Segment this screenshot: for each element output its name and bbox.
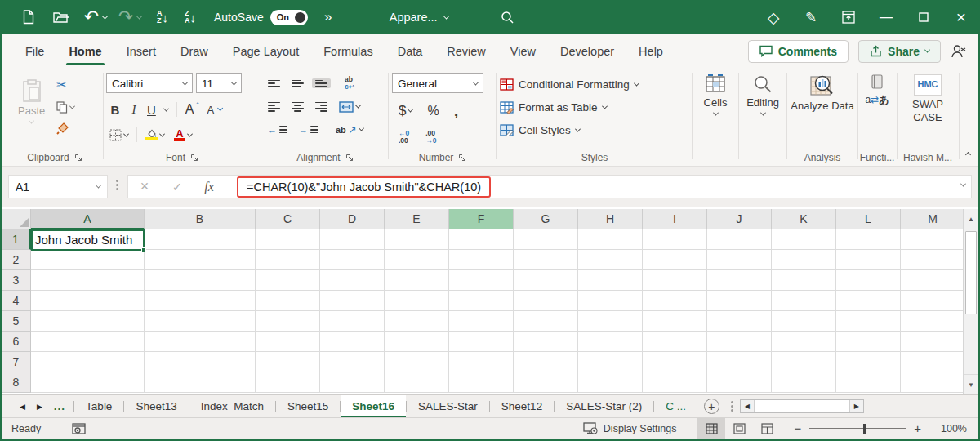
- name-box[interactable]: A1: [8, 175, 108, 198]
- cell-M4[interactable]: [901, 291, 965, 311]
- cell-B4[interactable]: [145, 291, 256, 311]
- cell-F4[interactable]: [449, 291, 514, 311]
- enter-icon[interactable]: ✓: [161, 180, 194, 194]
- cell-D7[interactable]: [320, 352, 385, 372]
- cell-A3[interactable]: [31, 270, 145, 291]
- insert-function-icon[interactable]: fx: [194, 180, 225, 194]
- cell-L8[interactable]: [836, 372, 901, 393]
- normal-view-button[interactable]: [697, 418, 725, 439]
- cell-I1[interactable]: [643, 229, 707, 250]
- sheet-bar-divider[interactable]: [731, 401, 733, 412]
- wrap-text-button[interactable]: abc↩: [341, 74, 358, 92]
- cell-J6[interactable]: [707, 332, 772, 352]
- cut-button[interactable]: ✂: [53, 76, 78, 94]
- cell-H2[interactable]: [578, 250, 643, 270]
- cells-button[interactable]: Cells: [694, 68, 737, 149]
- sheet-tab-index-match[interactable]: Index_Match: [189, 395, 275, 417]
- column-header-J[interactable]: J: [707, 209, 772, 229]
- undo-button[interactable]: ↶: [82, 5, 109, 29]
- cell-B2[interactable]: [145, 250, 256, 270]
- autosave-control[interactable]: AutoSave On: [214, 10, 308, 25]
- cell-B3[interactable]: [145, 270, 256, 291]
- cell-D5[interactable]: [320, 311, 385, 332]
- row-header-6[interactable]: 6: [2, 332, 31, 352]
- row-header-2[interactable]: 2: [2, 250, 31, 270]
- cell-H8[interactable]: [578, 372, 643, 393]
- number-group-label[interactable]: Number: [392, 152, 493, 163]
- cell-B5[interactable]: [145, 311, 256, 332]
- cell-J4[interactable]: [707, 291, 772, 311]
- increase-decimal-button[interactable]: ←0.00: [395, 128, 412, 146]
- ribbon-tab-file[interactable]: File: [13, 34, 56, 68]
- ribbon-tab-page-layout[interactable]: Page Layout: [220, 34, 311, 68]
- cell-E2[interactable]: [385, 250, 449, 270]
- scroll-up-icon[interactable]: ▲: [964, 209, 978, 229]
- cell-K6[interactable]: [772, 332, 836, 352]
- cell-I5[interactable]: [643, 311, 707, 332]
- cell-F8[interactable]: [449, 372, 514, 393]
- cell-H3[interactable]: [578, 270, 643, 291]
- font-name-combo[interactable]: Calibri: [106, 74, 193, 93]
- cell-C4[interactable]: [256, 291, 320, 311]
- cell-I8[interactable]: [643, 372, 707, 393]
- formula-text[interactable]: =CHAR(10)&"John Jacob Smith"&CHAR(10): [247, 180, 481, 194]
- row-header-7[interactable]: 7: [2, 352, 31, 372]
- cell-E8[interactable]: [385, 372, 449, 393]
- column-header-M[interactable]: M: [901, 209, 965, 229]
- cell-C2[interactable]: [256, 250, 320, 270]
- cell-L3[interactable]: [836, 270, 901, 291]
- column-header-I[interactable]: I: [643, 209, 707, 229]
- translate-function-button[interactable]: a⇄あ: [859, 68, 895, 149]
- cell-K2[interactable]: [772, 250, 836, 270]
- active-cell-selection[interactable]: [31, 229, 145, 251]
- cell-I7[interactable]: [643, 352, 707, 372]
- cell-B8[interactable]: [145, 372, 256, 393]
- bottom-align-button[interactable]: [312, 78, 331, 89]
- zoom-percent[interactable]: 100%: [929, 423, 967, 434]
- cell-I3[interactable]: [643, 270, 707, 291]
- shrink-font-button[interactable]: A: [204, 102, 225, 118]
- cell-F3[interactable]: [449, 270, 514, 291]
- formula-bar-divider[interactable]: [116, 180, 119, 190]
- select-all-corner[interactable]: [2, 209, 31, 229]
- bold-button[interactable]: B: [106, 101, 124, 118]
- ribbon-display-options-icon[interactable]: [830, 0, 867, 34]
- cell-M8[interactable]: [901, 372, 965, 393]
- cell-B1[interactable]: [145, 229, 256, 250]
- cell-C7[interactable]: [256, 352, 320, 372]
- page-layout-view-button[interactable]: [725, 418, 753, 439]
- zoom-out-icon[interactable]: −: [794, 421, 801, 435]
- cell-D2[interactable]: [320, 250, 385, 270]
- row-header-3[interactable]: 3: [2, 270, 31, 291]
- cell-A2[interactable]: [31, 250, 145, 270]
- cell-F1[interactable]: [449, 229, 514, 250]
- cell-I6[interactable]: [643, 332, 707, 352]
- macro-record-icon[interactable]: [72, 423, 86, 434]
- horizontal-scrollbar[interactable]: ◀ ▶: [740, 399, 864, 413]
- cell-L1[interactable]: [836, 229, 901, 250]
- sheet-tab-table[interactable]: Table: [74, 395, 123, 417]
- font-group-label[interactable]: Font: [106, 152, 258, 163]
- ribbon-tab-help[interactable]: Help: [626, 34, 675, 68]
- cell-E5[interactable]: [385, 311, 449, 332]
- display-settings-button[interactable]: Display Settings: [583, 422, 677, 434]
- page-break-view-button[interactable]: [753, 418, 781, 439]
- cell-G5[interactable]: [514, 311, 578, 332]
- font-color-button[interactable]: A: [171, 127, 195, 143]
- column-header-C[interactable]: C: [256, 209, 320, 229]
- sheet-tab-c[interactable]: C ...: [654, 395, 697, 417]
- cell-D6[interactable]: [320, 332, 385, 352]
- italic-button[interactable]: I: [126, 101, 142, 118]
- zoom-slider[interactable]: [809, 428, 906, 430]
- ribbon-tab-review[interactable]: Review: [434, 34, 498, 68]
- open-folder-icon[interactable]: [47, 5, 75, 29]
- cell-F5[interactable]: [449, 311, 514, 332]
- cell-J7[interactable]: [707, 352, 772, 372]
- center-button[interactable]: [288, 100, 307, 114]
- search-icon[interactable]: [494, 5, 522, 29]
- analyze-data-button[interactable]: Analyze Data: [789, 68, 856, 149]
- cell-H4[interactable]: [578, 291, 643, 311]
- column-header-E[interactable]: E: [385, 209, 449, 229]
- percent-format-button[interactable]: %: [424, 102, 442, 120]
- cell-E3[interactable]: [385, 270, 449, 291]
